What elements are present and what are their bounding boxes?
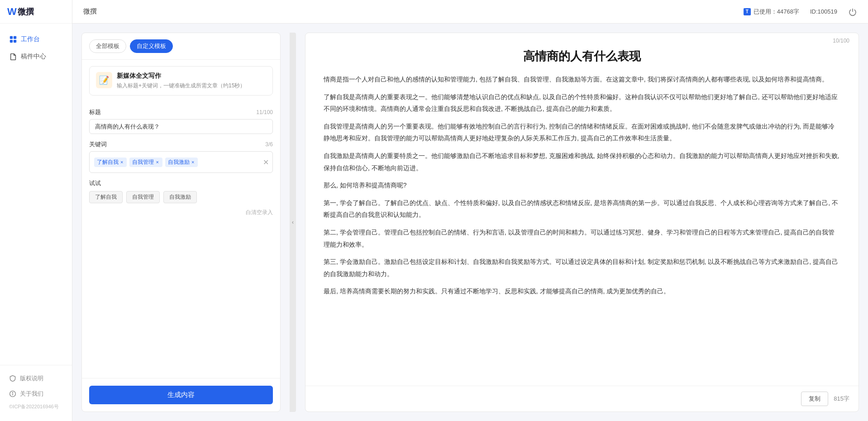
svg-rect-1 <box>14 36 16 39</box>
suggestions-label: 试试 <box>89 179 273 187</box>
keyword-tag-label-1: 自我管理 <box>132 158 154 166</box>
keyword-tag-1[interactable]: 自我管理 × <box>129 158 162 167</box>
keyword-tag-2[interactable]: 自我激励 × <box>165 158 198 167</box>
info-icon <box>9 390 16 397</box>
collapse-arrow[interactable]: ‹ <box>290 33 296 412</box>
keyword-tag-remove-1[interactable]: × <box>156 159 158 165</box>
shield-icon <box>9 375 16 382</box>
copy-button[interactable]: 复制 <box>801 392 828 406</box>
article-footer: 复制 815字 <box>305 386 858 411</box>
logo-text: 微撰 <box>18 6 34 17</box>
left-panel: 全部模板 自定义模板 📝 新媒体全文写作 输入标题+关键词，一键准确生成所需文章… <box>81 33 281 412</box>
generate-btn-area: 生成内容 <box>82 378 280 411</box>
article-paragraph: 自我激励是高情商人的重要特质之一。他们能够激励自己不断地追求目标和梦想, 克服困… <box>324 150 840 174</box>
keyword-tag-0[interactable]: 了解自我 × <box>94 158 127 167</box>
clear-row: 白清空录入 <box>89 208 273 216</box>
sidebar-bottom: 版权说明 关于我们 ©ICP备2022016946号 <box>0 365 72 421</box>
usage-t-icon: T <box>744 8 751 15</box>
header-right: T 已使用：44768字 ID:100519 <box>744 7 857 16</box>
svg-point-6 <box>12 392 13 393</box>
right-panel: 10/100 高情商的人有什么表现 情商是指一个人对自己和他人的感情的认知和管理… <box>305 33 859 412</box>
article-paragraph: 那么, 如何培养和提高情商呢? <box>324 179 840 191</box>
main: 微撰 T 已使用：44768字 ID:100519 全部模板 自定义模板 📝 <box>72 0 868 421</box>
logo-w-icon: W <box>7 6 17 18</box>
sidebar-copyright[interactable]: 版权说明 <box>0 371 72 386</box>
template-card[interactable]: 📝 新媒体全文写作 输入标题+关键词，一键准确生成所需文章（约15秒） <box>89 66 273 96</box>
article-paragraph: 第二, 学会管理自己。管理自己包括控制自己的情绪、行为和言语, 以及管理自己的时… <box>324 226 840 250</box>
svg-rect-3 <box>14 40 16 43</box>
icp-text: ©ICP备2022016946号 <box>0 402 72 412</box>
sidebar-item-workbench-label: 工作台 <box>21 35 40 43</box>
template-icon: 📝 <box>96 72 112 88</box>
nav-items: 工作台 稿件中心 <box>0 24 72 365</box>
keyword-tag-remove-0[interactable]: × <box>120 159 123 165</box>
keywords-counter: 3/6 <box>265 141 273 148</box>
article-paragraph: 了解自我是高情商人的重要表现之一。他们能够清楚地认识自己的优点和缺点, 以及自己… <box>324 91 840 115</box>
file-icon <box>9 53 17 61</box>
keywords-form-label: 关键词 <box>89 140 107 148</box>
keywords-label-row: 关键词 3/6 <box>89 140 273 148</box>
grid-icon <box>9 35 17 43</box>
usage-label: 已使用：44768字 <box>754 8 799 16</box>
sidebar: W 微撰 工作台 稿件中心 版权说明 <box>0 0 72 421</box>
template-card-title: 新媒体全文写作 <box>117 72 266 80</box>
article-counter: 10/100 <box>833 38 849 44</box>
word-count: 815字 <box>834 395 849 403</box>
keyword-tag-label-2: 自我激励 <box>168 158 190 166</box>
article-paragraph: 第三, 学会激励自己。激励自己包括设定目标和计划、自我激励和自我奖励等方式。可以… <box>324 256 840 280</box>
sidebar-item-workbench[interactable]: 工作台 <box>0 31 72 48</box>
article-content: 高情商的人有什么表现 情商是指一个人对自己和他人的感情的认知和管理能力, 包括了… <box>305 44 858 386</box>
tab-custom[interactable]: 自定义模板 <box>130 39 173 53</box>
sidebar-item-drafts[interactable]: 稿件中心 <box>0 48 72 65</box>
article-paragraph: 自我管理是高情商人的另一个重要表现。他们能够有效地控制自己的言行和行为, 控制自… <box>324 120 840 144</box>
suggestions-row: 了解自我 自我管理 自我激励 <box>89 191 273 203</box>
keywords-clear-icon[interactable]: ✕ <box>263 158 269 167</box>
article-body: 情商是指一个人对自己和他人的感情的认知和管理能力, 包括了解自我、自我管理、自我… <box>324 73 840 297</box>
suggestion-chip-1[interactable]: 自我管理 <box>126 191 160 203</box>
svg-rect-0 <box>10 36 13 39</box>
power-icon[interactable] <box>848 7 857 16</box>
generate-button[interactable]: 生成内容 <box>89 386 273 404</box>
article-title: 高情商的人有什么表现 <box>324 48 840 64</box>
svg-rect-2 <box>10 40 13 43</box>
usage-info: T 已使用：44768字 <box>744 8 799 16</box>
template-tabs: 全部模板 自定义模板 <box>82 33 280 60</box>
title-counter: 11/100 <box>256 109 273 115</box>
sidebar-item-drafts-label: 稿件中心 <box>21 53 46 61</box>
logo-area: W 微撰 <box>0 0 72 24</box>
keyword-tag-remove-2[interactable]: × <box>191 159 194 165</box>
id-label: ID:100519 <box>810 8 837 15</box>
header-title: 微撰 <box>83 7 97 16</box>
title-form-label: 标题 <box>89 108 101 116</box>
sidebar-about[interactable]: 关于我们 <box>0 386 72 402</box>
title-label-row: 标题 11/100 <box>89 108 273 116</box>
clear-link[interactable]: 白清空录入 <box>246 209 273 215</box>
article-paragraph: 最后, 培养高情商需要长期的努力和实践。只有通过不断地学习、反思和实践, 才能够… <box>324 285 840 297</box>
copyright-label: 版权说明 <box>20 374 43 383</box>
keyword-tag-label-0: 了解自我 <box>97 158 119 166</box>
keywords-box[interactable]: 了解自我 × 自我管理 × 自我激励 × ✕ <box>89 151 273 173</box>
header: 微撰 T 已使用：44768字 ID:100519 <box>72 0 868 24</box>
content: 全部模板 自定义模板 📝 新媒体全文写作 输入标题+关键词，一键准确生成所需文章… <box>72 24 868 421</box>
article-paragraph: 第一, 学会了解自己。了解自己的优点、缺点、个性特质和偏好, 以及自己的情感状态… <box>324 197 840 221</box>
form-area: 标题 11/100 关键词 3/6 了解自我 × 自我管理 × <box>82 102 280 378</box>
about-label: 关于我们 <box>20 390 43 398</box>
tab-all[interactable]: 全部模板 <box>89 39 126 53</box>
title-input[interactable] <box>89 119 273 134</box>
template-card-content: 新媒体全文写作 输入标题+关键词，一键准确生成所需文章（约15秒） <box>117 72 266 90</box>
suggestion-chip-2[interactable]: 自我激励 <box>163 191 197 203</box>
suggestion-chip-0[interactable]: 了解自我 <box>89 191 123 203</box>
article-paragraph: 情商是指一个人对自己和他人的感情的认知和管理能力, 包括了解自我、自我管理、自我… <box>324 73 840 86</box>
template-card-desc: 输入标题+关键词，一键准确生成所需文章（约15秒） <box>117 81 266 90</box>
article-header: 10/100 <box>305 33 858 44</box>
